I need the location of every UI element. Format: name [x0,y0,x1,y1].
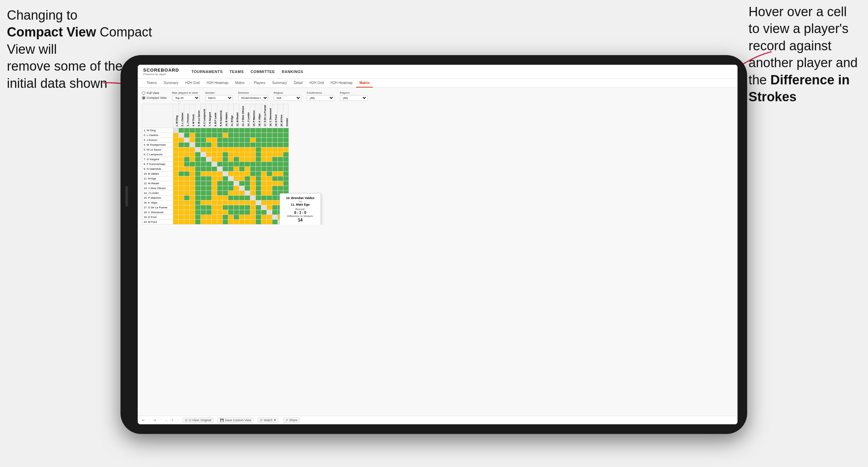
matrix-cell-r10-c12[interactable] [239,176,245,181]
matrix-cell-r11-c10[interactable] [228,181,234,186]
matrix-cell-r8-c18[interactable] [272,167,278,172]
matrix-cell-r19-c6[interactable] [206,220,212,225]
toolbar-zoom-out[interactable]: − [166,418,167,422]
matrix-cell-r9-c19[interactable] [278,172,283,176]
toolbar-undo-btn[interactable]: ↩ [142,418,145,422]
matrix-cell-r5-c4[interactable] [195,152,201,157]
matrix-cell-r17-c9[interactable] [223,210,228,215]
matrix-cell-r16-c18[interactable] [272,205,278,210]
conference-select[interactable]: (All) [307,95,334,101]
matrix-cell-r7-c5[interactable] [201,162,206,167]
matrix-cell-r0-c17[interactable] [267,128,272,133]
matrix-cell-r17-c5[interactable] [201,210,206,215]
matrix-cell-r8-c17[interactable] [267,167,272,172]
matrix-cell-r7-c9[interactable] [223,162,228,167]
matrix-cell-r7-c11[interactable] [234,162,239,167]
matrix-cell-r6-c13[interactable] [245,157,250,162]
matrix-cell-r1-c5[interactable] [201,133,206,138]
matrix-cell-r3-c15[interactable] [256,143,261,147]
matrix-cell-r12-c17[interactable] [267,186,272,191]
matrix-cell-r12-c6[interactable] [206,186,212,191]
matrix-cell-r5-c8[interactable] [217,152,223,157]
matrix-cell-r1-c13[interactable] [245,133,250,138]
matrix-cell-r15-c1[interactable] [179,200,184,205]
matrix-cell-r10-c6[interactable] [206,176,212,181]
matrix-cell-r12-c16[interactable] [261,186,267,191]
matrix-cell-r18-c12[interactable] [239,215,245,220]
matrix-cell-r18-c18[interactable] [272,215,278,220]
matrix-cell-r6-c3[interactable] [190,157,195,162]
region-select[interactable]: N/A [274,95,301,101]
matrix-cell-r16-c11[interactable] [234,205,239,210]
matrix-cell-r18-c16[interactable] [261,215,267,220]
matrix-cell-r16-c6[interactable] [206,205,212,210]
matrix-cell-r3-c11[interactable] [234,143,239,147]
matrix-cell-r17-c3[interactable] [190,210,195,215]
matrix-cell-r15-c12[interactable] [239,200,245,205]
tab-summary-1[interactable]: Summary [160,79,182,87]
matrix-cell-r1-c15[interactable] [256,133,261,138]
matrix-cell-r11-c19[interactable] [278,181,283,186]
matrix-cell-r10-c0[interactable] [173,176,179,181]
matrix-cell-r19-c0[interactable] [173,220,179,225]
matrix-cell-r1-c12[interactable] [239,133,245,138]
matrix-cell-r5-c9[interactable] [223,152,228,157]
matrix-cell-r2-c14[interactable] [250,138,256,143]
matrix-cell-r13-c4[interactable] [195,191,201,196]
matrix-cell-r8-c4[interactable] [195,167,201,172]
matrix-cell-r14-c17[interactable] [267,196,272,200]
matrix-cell-r1-c1[interactable] [179,133,184,138]
matrix-cell-r9-c7[interactable] [212,172,217,176]
matrix-cell-r4-c8[interactable] [217,147,223,152]
tab-teams[interactable]: Teams [143,79,160,87]
matrix-cell-r11-c4[interactable] [195,181,201,186]
matrix-cell-r6-c17[interactable] [267,157,272,162]
matrix-cell-r14-c9[interactable] [223,196,228,200]
matrix-cell-r14-c8[interactable] [217,196,223,200]
matrix-cell-r16-c7[interactable] [212,205,217,210]
matrix-cell-r1-c2[interactable] [184,133,190,138]
matrix-cell-r14-c0[interactable] [173,196,179,200]
matrix-cell-r8-c6[interactable] [206,167,212,172]
division-select[interactable]: NCAA Division I [238,95,268,101]
matrix-cell-r4-c17[interactable] [267,147,272,152]
matrix-cell-r12-c20[interactable] [283,186,289,191]
matrix-cell-r6-c14[interactable] [250,157,256,162]
matrix-cell-r5-c18[interactable] [272,152,278,157]
matrix-cell-r16-c3[interactable] [190,205,195,210]
matrix-cell-r1-c19[interactable] [278,133,283,138]
tab-matrix-1[interactable]: Matrix [232,79,248,87]
matrix-cell-r7-c2[interactable] [184,162,190,167]
matrix-cell-r18-c10[interactable] [228,215,234,220]
gender-select[interactable]: Men's [205,95,233,101]
matrix-cell-r3-c19[interactable] [278,143,283,147]
matrix-cell-r11-c1[interactable] [179,181,184,186]
matrix-cell-r14-c16[interactable] [261,196,267,200]
matrix-cell-r11-c14[interactable] [250,181,256,186]
matrix-cell-r11-c6[interactable] [206,181,212,186]
matrix-cell-r6-c0[interactable] [173,157,179,162]
matrix-cell-r19-c8[interactable] [217,220,223,225]
matrix-cell-r9-c0[interactable] [173,172,179,176]
matrix-cell-r3-c6[interactable] [206,143,212,147]
matrix-cell-r10-c1[interactable] [179,176,184,181]
matrix-cell-r14-c11[interactable] [234,196,239,200]
matrix-cell-r5-c13[interactable] [245,152,250,157]
matrix-cell-r16-c16[interactable] [261,205,267,210]
matrix-cell-r8-c10[interactable] [228,167,234,172]
matrix-cell-r7-c18[interactable] [272,162,278,167]
matrix-cell-r5-c10[interactable] [228,152,234,157]
matrix-cell-r8-c11[interactable] [234,167,239,172]
matrix-cell-r7-c7[interactable] [212,162,217,167]
matrix-cell-r5-c1[interactable] [179,152,184,157]
matrix-cell-r9-c8[interactable] [217,172,223,176]
matrix-cell-r5-c3[interactable] [190,152,195,157]
matrix-cell-r9-c5[interactable] [201,172,206,176]
matrix-cell-r4-c11[interactable] [234,147,239,152]
matrix-cell-r12-c10[interactable] [228,186,234,191]
matrix-cell-r3-c1[interactable] [179,143,184,147]
matrix-cell-r18-c15[interactable] [256,215,261,220]
matrix-cell-r14-c15[interactable] [256,196,261,200]
matrix-cell-r15-c8[interactable] [217,200,223,205]
matrix-cell-r0-c15[interactable] [256,128,261,133]
